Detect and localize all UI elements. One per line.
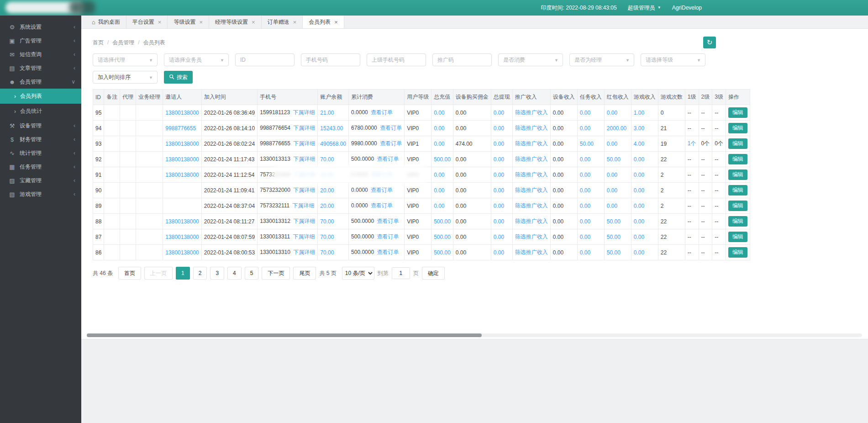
filter-input[interactable] (301, 54, 360, 66)
close-icon[interactable]: × (199, 19, 203, 26)
cell-task-income[interactable]: 0.00 (577, 198, 604, 214)
close-icon[interactable]: × (293, 19, 297, 26)
cell-task-income[interactable]: 50.00 (577, 136, 604, 152)
edit-button[interactable]: 编辑 (728, 232, 747, 242)
cell-total-withdraw[interactable]: 0.00 (491, 152, 512, 167)
filter-input[interactable] (164, 54, 228, 66)
sidebar-item-member-management[interactable]: ☻ 会员管理 ∨ (0, 75, 81, 89)
cell-total-withdraw[interactable]: 0.00 (491, 229, 512, 245)
cell-redpacket-income[interactable]: 0.00 (604, 167, 631, 183)
tab-level-settings[interactable]: 等级设置 × (168, 16, 209, 28)
tab-order-gift[interactable]: 订单赠送 × (262, 16, 303, 28)
page-button-3[interactable]: 3 (210, 267, 224, 280)
tab-manager-level-settings[interactable]: 经理等级设置 × (209, 16, 262, 28)
cell-total-withdraw[interactable]: 0.00 (491, 183, 512, 198)
sidebar-item-article-management[interactable]: ▤ 文章管理 ‹ (0, 61, 81, 75)
filter-promo-income-link[interactable]: 筛选推广收入 (515, 109, 548, 116)
cell-inviter[interactable]: 9988776655 (163, 121, 201, 136)
view-orders-link[interactable]: 查看订单 (380, 125, 402, 131)
confirm-button[interactable]: 确定 (422, 267, 445, 280)
cell-inviter[interactable]: 13800138000 (163, 214, 201, 229)
cell-balance[interactable]: 20.00 (318, 183, 349, 198)
cell-total-recharge[interactable]: 0.00 (431, 136, 453, 152)
page-button-4[interactable]: 4 (227, 267, 242, 280)
first-page-button[interactable]: 首页 (118, 267, 141, 280)
edit-button[interactable]: 编辑 (728, 201, 747, 211)
sidebar-item-treasure-management[interactable]: ▨ 宝藏管理 ‹ (0, 174, 81, 187)
cell-game-income[interactable]: 0.00 (631, 229, 658, 245)
sidebar-item-device-management[interactable]: ⚒ 设备管理 ‹ (0, 119, 81, 132)
cell-inviter[interactable]: 13800138000 (163, 229, 201, 245)
subordinate-detail-link[interactable]: 下属详细 (293, 140, 315, 147)
brand-name[interactable]: AgriDevelop (672, 5, 702, 11)
cell-total-withdraw[interactable]: 0.00 (491, 121, 512, 136)
filter-promo-income-link[interactable]: 筛选推广收入 (515, 125, 548, 131)
view-orders-link[interactable]: 查看订单 (380, 140, 402, 147)
cell-redpacket-income[interactable]: 0.00 (604, 105, 631, 121)
prev-page-button[interactable]: 上一页 (144, 267, 173, 280)
view-orders-link[interactable]: 查看订单 (377, 218, 399, 224)
filter-control[interactable]: ▼ (301, 53, 360, 66)
cell-task-income[interactable]: 0.00 (577, 152, 604, 167)
sidebar-item-member-stats[interactable]: › 会员统计 (0, 104, 81, 119)
page-button-1[interactable]: 1 (176, 267, 190, 280)
cell-game-income[interactable]: 0.00 (631, 183, 658, 198)
cell-redpacket-income[interactable]: 50.00 (604, 214, 631, 229)
cell-balance[interactable]: 20.00 (318, 167, 349, 183)
view-orders-link[interactable]: 查看订单 (377, 249, 399, 255)
edit-button[interactable]: 编辑 (728, 138, 747, 149)
cell-inviter[interactable]: 13800138000 (163, 105, 201, 121)
cell-redpacket-income[interactable]: 0.00 (604, 183, 631, 198)
filter-promo-income-link[interactable]: 筛选推广收入 (515, 171, 548, 178)
close-icon[interactable]: × (158, 19, 162, 26)
cell-balance[interactable]: 490568.00 (318, 136, 349, 152)
cell-balance[interactable]: 70.00 (318, 229, 349, 245)
view-orders-link[interactable]: 查看订单 (371, 109, 393, 116)
close-icon[interactable]: × (334, 19, 338, 26)
cell-total-recharge[interactable]: 500.00 (431, 152, 453, 167)
cell-task-income[interactable]: 0.00 (577, 245, 604, 260)
filter-promo-income-link[interactable]: 筛选推广收入 (515, 140, 548, 147)
next-page-button[interactable]: 下一页 (262, 267, 290, 280)
edit-button[interactable]: 编辑 (728, 154, 747, 164)
cell-game-income[interactable]: 0.00 (631, 198, 658, 214)
cell-redpacket-income[interactable]: 50.00 (604, 229, 631, 245)
cell-balance[interactable]: 15243.00 (318, 121, 349, 136)
cell-total-recharge[interactable]: 0.00 (431, 105, 453, 121)
filter-control[interactable]: ▼ (569, 53, 634, 66)
subordinate-detail-link[interactable]: 下属详细 (293, 171, 315, 178)
filter-control[interactable]: ▼ (641, 53, 705, 66)
cell-inviter[interactable] (163, 183, 201, 198)
sidebar-item-system-settings[interactable]: ⚙ 系统设置 ‹ (0, 20, 81, 34)
cell-task-income[interactable]: 0.00 (577, 121, 604, 136)
cell-redpacket-income[interactable]: 50.00 (604, 245, 631, 260)
filter-input[interactable] (236, 54, 294, 66)
cell-inviter[interactable] (163, 198, 201, 214)
tab-platform-settings[interactable]: 平台设置 × (126, 16, 168, 28)
cell-inviter[interactable]: 13800138000 (163, 245, 201, 260)
admin-menu[interactable]: 超级管理员 ▼ (628, 4, 661, 12)
cell-total-recharge[interactable]: 0.00 (431, 167, 453, 183)
breadcrumb-home[interactable]: 首页 (93, 39, 104, 47)
filter-promo-income-link[interactable]: 筛选推广收入 (515, 249, 548, 255)
cell-total-recharge[interactable]: 500.00 (431, 214, 453, 229)
view-orders-link[interactable]: 查看订单 (377, 156, 399, 162)
search-button[interactable]: 搜索 (164, 71, 193, 84)
view-orders-link[interactable]: 查看订单 (371, 202, 393, 209)
close-icon[interactable]: × (252, 19, 255, 26)
cell-redpacket-income[interactable]: 2000.00 (604, 121, 631, 136)
subordinate-detail-link[interactable]: 下属详细 (293, 233, 315, 240)
filter-control[interactable]: ▼ (235, 53, 295, 66)
cell-game-income[interactable]: 3.00 (631, 121, 658, 136)
cell-game-income[interactable]: 0.00 (631, 167, 658, 183)
sidebar-item-member-list[interactable]: › 会员列表 (0, 89, 81, 104)
cell-total-recharge[interactable]: 0.00 (431, 121, 453, 136)
cell-redpacket-income[interactable]: 0.00 (604, 198, 631, 214)
cell-game-income[interactable]: 0.00 (631, 214, 658, 229)
cell-game-income[interactable]: 1.00 (631, 105, 658, 121)
sidebar-item-ad-management[interactable]: ▣ 广告管理 ‹ (0, 34, 81, 48)
cell-task-income[interactable]: 0.00 (577, 229, 604, 245)
page-button-5[interactable]: 5 (245, 267, 259, 280)
filter-control[interactable]: ▼ (432, 53, 492, 66)
edit-button[interactable]: 编辑 (728, 123, 747, 133)
